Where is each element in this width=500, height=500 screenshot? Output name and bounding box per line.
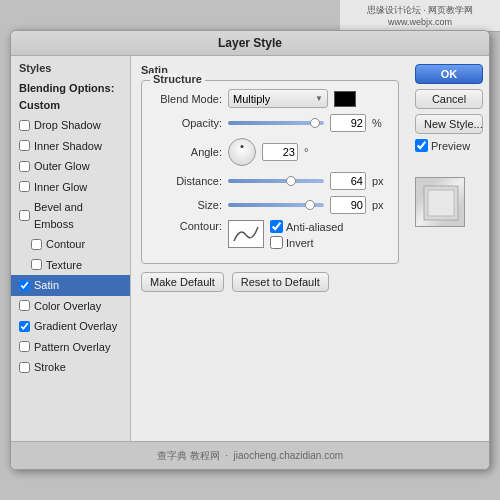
inner-glow-label: Inner Glow	[34, 179, 87, 196]
sidebar: Styles Blending Options: Custom Drop Sha…	[11, 56, 131, 441]
blend-mode-label: Blend Mode:	[152, 93, 222, 105]
anti-aliased-label[interactable]: Anti-aliased	[270, 220, 343, 233]
action-buttons: Make Default Reset to Default	[141, 272, 399, 292]
pattern-overlay-label: Pattern Overlay	[34, 339, 110, 356]
opacity-input[interactable]: 92	[330, 114, 366, 132]
main-content: Satin Structure Blend Mode: Multiply ▼ O…	[131, 56, 409, 441]
bottom-bar: 查字典 教程网 · jiaocheng.chazidian.com	[11, 441, 489, 469]
preview-checkbox[interactable]	[415, 139, 428, 152]
dialog-title: Layer Style	[218, 36, 282, 50]
opacity-slider[interactable]	[228, 121, 324, 125]
distance-thumb[interactable]	[286, 176, 296, 186]
layer-style-dialog: Layer Style Styles Blending Options: Cus…	[10, 30, 490, 470]
distance-input[interactable]: 64	[330, 172, 366, 190]
stroke-checkbox[interactable]	[19, 362, 30, 373]
preview-svg	[416, 178, 466, 228]
watermark-line2: www.webjx.com	[388, 17, 452, 27]
preview-label[interactable]: Preview	[415, 139, 483, 152]
satin-checkbox[interactable]	[19, 280, 30, 291]
color-overlay-checkbox[interactable]	[19, 300, 30, 311]
inner-glow-checkbox[interactable]	[19, 181, 30, 192]
sidebar-title: Styles	[11, 60, 130, 78]
blend-mode-value: Multiply	[233, 93, 270, 105]
size-input[interactable]: 90	[330, 196, 366, 214]
pattern-overlay-checkbox[interactable]	[19, 341, 30, 352]
size-row: Size: 90 px	[152, 196, 388, 214]
size-thumb[interactable]	[305, 200, 315, 210]
anti-aliased-text: Anti-aliased	[286, 221, 343, 233]
angle-row: Angle: 23 °	[152, 138, 388, 166]
size-slider[interactable]	[228, 203, 324, 207]
blend-mode-arrow: ▼	[315, 94, 323, 103]
distance-row: Distance: 64 px	[152, 172, 388, 190]
sidebar-item-inner-glow[interactable]: Inner Glow	[11, 177, 130, 198]
inner-shadow-label: Inner Shadow	[34, 138, 102, 155]
structure-group-title: Structure	[150, 73, 205, 85]
texture-checkbox[interactable]	[31, 259, 42, 270]
bevel-emboss-checkbox[interactable]	[19, 210, 30, 221]
preview-box	[415, 177, 465, 227]
outer-glow-checkbox[interactable]	[19, 161, 30, 172]
invert-checkbox[interactable]	[270, 236, 283, 249]
preview-text: Preview	[431, 140, 470, 152]
invert-label[interactable]: Invert	[270, 236, 343, 249]
drop-shadow-label: Drop Shadow	[34, 117, 101, 134]
inner-shadow-checkbox[interactable]	[19, 140, 30, 151]
angle-label: Angle:	[152, 146, 222, 158]
texture-label: Texture	[46, 257, 82, 274]
right-buttons-panel: OK Cancel New Style... Preview	[409, 56, 489, 441]
contour-row: Contour: Anti-aliased Invert	[152, 220, 388, 249]
contour-label: Contour	[46, 236, 85, 253]
sidebar-item-gradient-overlay[interactable]: Gradient Overlay	[11, 316, 130, 337]
dialog-body: Styles Blending Options: Custom Drop Sha…	[11, 56, 489, 441]
opacity-thumb[interactable]	[310, 118, 320, 128]
dial-indicator	[241, 145, 244, 148]
angle-unit: °	[304, 146, 320, 158]
watermark-line1: 思缘设计论坛 · 网页教学网	[367, 4, 474, 17]
angle-input[interactable]: 23	[262, 143, 298, 161]
sidebar-item-texture[interactable]: Texture	[11, 255, 130, 276]
stroke-label: Stroke	[34, 359, 66, 376]
sidebar-item-color-overlay[interactable]: Color Overlay	[11, 296, 130, 317]
gradient-overlay-label: Gradient Overlay	[34, 318, 117, 335]
angle-dial[interactable]	[228, 138, 256, 166]
sidebar-item-bevel-emboss[interactable]: Bevel and Emboss	[11, 197, 130, 234]
color-swatch[interactable]	[334, 91, 356, 107]
sidebar-item-drop-shadow[interactable]: Drop Shadow	[11, 115, 130, 136]
contour-checkbox[interactable]	[31, 239, 42, 250]
opacity-unit: %	[372, 117, 388, 129]
make-default-button[interactable]: Make Default	[141, 272, 224, 292]
new-style-button[interactable]: New Style...	[415, 114, 483, 134]
size-unit: px	[372, 199, 388, 211]
contour-label: Contour:	[152, 220, 222, 232]
sidebar-item-inner-shadow[interactable]: Inner Shadow	[11, 136, 130, 157]
watermark: 思缘设计论坛 · 网页教学网 www.webjx.com	[340, 0, 500, 32]
color-overlay-label: Color Overlay	[34, 298, 101, 315]
drop-shadow-checkbox[interactable]	[19, 120, 30, 131]
blending-options-label: Blending Options: Custom	[19, 80, 122, 113]
structure-group: Structure Blend Mode: Multiply ▼ Opacity…	[141, 80, 399, 264]
bottom-text: 查字典 教程网 · jiaocheng.chazidian.com	[157, 449, 343, 463]
distance-slider[interactable]	[228, 179, 324, 183]
opacity-label: Opacity:	[152, 117, 222, 129]
sidebar-item-outer-glow[interactable]: Outer Glow	[11, 156, 130, 177]
sidebar-item-pattern-overlay[interactable]: Pattern Overlay	[11, 337, 130, 358]
sidebar-item-contour[interactable]: Contour	[11, 234, 130, 255]
contour-preview[interactable]	[228, 220, 264, 248]
ok-button[interactable]: OK	[415, 64, 483, 84]
outer-glow-label: Outer Glow	[34, 158, 90, 175]
sidebar-item-blending-options[interactable]: Blending Options: Custom	[11, 78, 130, 115]
anti-aliased-checkbox[interactable]	[270, 220, 283, 233]
distance-label: Distance:	[152, 175, 222, 187]
bottom-label: 查字典 教程网	[157, 450, 220, 461]
blend-mode-select[interactable]: Multiply ▼	[228, 89, 328, 108]
opacity-row: Opacity: 92 %	[152, 114, 388, 132]
sidebar-item-satin[interactable]: Satin	[11, 275, 130, 296]
sidebar-item-stroke[interactable]: Stroke	[11, 357, 130, 378]
reset-to-default-button[interactable]: Reset to Default	[232, 272, 329, 292]
dialog-titlebar: Layer Style	[11, 31, 489, 56]
svg-rect-1	[428, 190, 454, 216]
gradient-overlay-checkbox[interactable]	[19, 321, 30, 332]
cancel-button[interactable]: Cancel	[415, 89, 483, 109]
contour-options: Anti-aliased Invert	[270, 220, 343, 249]
